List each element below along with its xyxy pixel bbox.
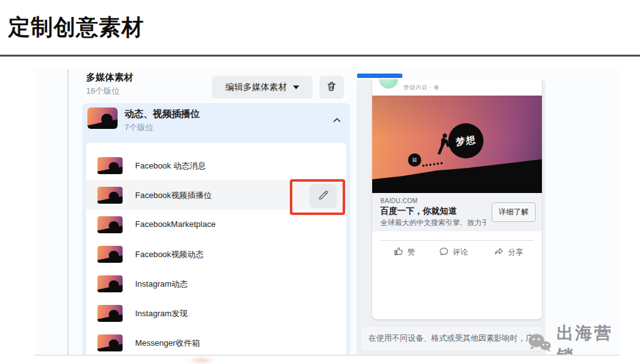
actions-divider [380, 240, 534, 241]
screenshot-region: 多媒体素材 16个版位 编辑多媒体素材 动态、视频插播位 7个版位 [35, 68, 619, 356]
share-label: 分享 [508, 247, 523, 258]
placement-thumbnail [97, 157, 123, 174]
person-silhouette [434, 133, 450, 158]
ad-domain: BAIDU.COM [380, 197, 417, 204]
placement-thumbnail [97, 275, 123, 292]
list-item-instagram-feed[interactable]: Instagram动态 [86, 269, 346, 299]
page-title: 定制创意素材 [8, 13, 144, 42]
edit-placement-button[interactable] [309, 184, 337, 208]
list-item-facebook-video-feed[interactable]: Facebook视频动态 [86, 240, 346, 269]
comment-label: 评论 [453, 247, 468, 258]
like-action[interactable]: 赞 [394, 244, 415, 260]
media-section-count: 16个版位 [86, 85, 119, 97]
sponsored-label: 赞助内容 · [404, 84, 439, 92]
thumb-up-icon [394, 246, 404, 258]
ad-link-info: BAIDU.COM 百度一下，你就知道 全球最大的中文搜索引擎、致力于让... … [372, 193, 542, 231]
delete-media-button[interactable] [319, 76, 344, 99]
placement-label: Instagram动态 [135, 279, 188, 290]
preview-footnote: 在使用不同设备、格式或受其他因素影响时，广 [360, 326, 543, 351]
group-thumbnail [87, 108, 118, 129]
list-item-facebook-instream[interactable]: Facebook视频插播位 [86, 180, 346, 210]
ad-description: 全球最大的中文搜索引擎、致力于让... [380, 218, 486, 228]
placement-list: Facebook 动态消息 Facebook视频插播位 FacebookMark… [86, 143, 346, 356]
panel-edge-divider [67, 69, 69, 355]
ad-image: 目 梦想 [372, 96, 542, 193]
media-section-title: 多媒体素材 [86, 72, 133, 84]
placement-label: Instagram发现 [135, 308, 188, 319]
list-item-facebook-marketplace[interactable]: FacebookMarketplace [86, 210, 346, 240]
placement-label: Facebook视频插播位 [135, 190, 212, 201]
wechat-icon [527, 332, 552, 356]
placement-label: Facebook视频动态 [135, 249, 204, 260]
active-tab-indicator [357, 74, 402, 78]
placement-thumbnail [97, 216, 123, 233]
share-action[interactable]: 分享 [494, 244, 523, 260]
placement-label: Facebook 动态消息 [135, 160, 206, 172]
placement-group[interactable]: 动态、视频插播位 7个版位 Facebook 动态消息 Facebook视频插播… [82, 103, 350, 356]
list-item-instagram-explore[interactable]: Instagram发现 [86, 299, 346, 328]
group-title: 动态、视频插播位 [124, 108, 200, 120]
list-item-messenger-inbox[interactable]: Messenger收件箱 [86, 328, 346, 356]
share-arrow-icon [494, 246, 504, 258]
ad-headline: 百度一下，你就知道 [380, 206, 457, 217]
like-label: 赞 [407, 247, 415, 258]
placement-label: Messenger收件箱 [135, 338, 200, 349]
edit-media-button-label: 编辑多媒体素材 [226, 82, 287, 93]
chevron-up-icon[interactable] [333, 114, 341, 126]
placement-thumbnail [97, 305, 123, 322]
small-ball-graphic: 目 [408, 153, 421, 167]
trash-icon [326, 81, 337, 94]
comment-action[interactable]: 评论 [439, 244, 468, 260]
placement-thumbnail [97, 334, 123, 351]
ad-preview-card: 赞助内容 · 目 梦想 BAIDU.COM [372, 79, 542, 319]
page-avatar [379, 79, 398, 89]
placement-thumbnail [97, 246, 123, 263]
watermark-text: 出海营销 [556, 322, 619, 356]
learn-more-button[interactable]: 详细了解 [492, 202, 536, 222]
dream-ball-graphic: 梦想 [448, 123, 483, 158]
slide: 定制创意素材 多媒体素材 16个版位 编辑多媒体素材 动态、视频插播位 7个版位 [0, 0, 640, 364]
title-divider [0, 55, 640, 57]
globe-icon [434, 85, 439, 91]
comment-bubble-icon [439, 246, 449, 258]
pencil-icon [317, 189, 329, 203]
placement-label: FacebookMarketplace [135, 219, 216, 229]
edit-media-button[interactable]: 编辑多媒体素材 [212, 76, 312, 99]
caret-down-icon [293, 85, 299, 89]
red-smudge-artifact [187, 356, 216, 364]
group-count: 7个版位 [124, 122, 153, 133]
ad-preview-panel: 赞助内容 · 目 梦想 BAIDU.COM [356, 79, 546, 356]
placement-thumbnail [97, 187, 123, 204]
watermark: 出海营销 [527, 322, 619, 356]
list-item-facebook-feed[interactable]: Facebook 动态消息 [86, 151, 346, 180]
